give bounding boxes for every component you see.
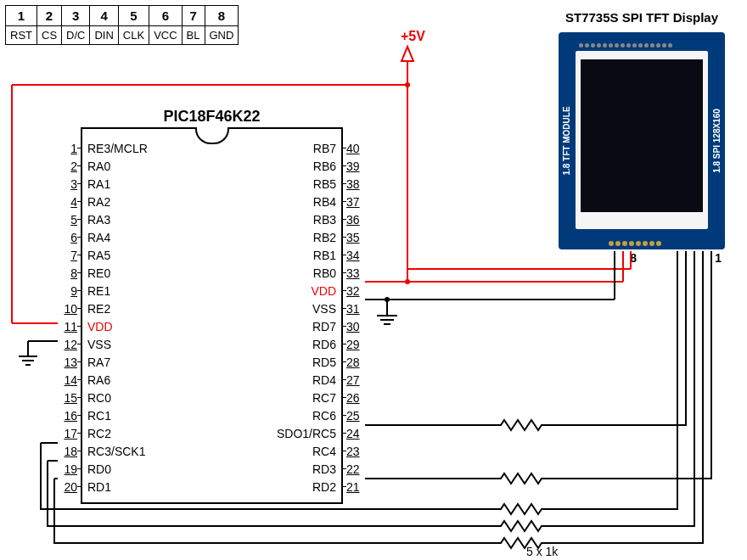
pin-number: 9 (57, 284, 77, 298)
pin-number: 20 (57, 480, 77, 494)
pin-label: RA3 (82, 213, 115, 227)
pin-number: 21 (346, 480, 367, 494)
pin-table: 12345678 RSTCSD/CDINCLKVCCBLGND (5, 5, 239, 45)
pin-label: RB3 (308, 213, 341, 227)
pin-label: RC2 (82, 427, 116, 440)
pin-table-num: 3 (62, 6, 90, 26)
svg-point-2 (405, 82, 410, 87)
pin-table-label: BL (182, 26, 205, 45)
chip-pin-left: 10RE2 (57, 300, 115, 317)
chip-pin-left: 14RA6 (57, 371, 115, 389)
chip-pin-right: VSS31 (307, 300, 367, 317)
pin-label: RE3/MCLR (82, 142, 153, 155)
pin-number: 18 (57, 445, 77, 458)
pin-number: 19 (57, 462, 77, 476)
pin-label: RB4 (308, 195, 341, 209)
chip-pin-right: RD528 (307, 353, 367, 371)
mcu-chip: PIC18F46K22 1RE3/MCLR2RA03RA14RA25RA36RA… (81, 127, 343, 504)
pin-label: RE2 (82, 302, 115, 316)
display-pin-8: 8 (630, 251, 637, 265)
chip-pin-left: 16RC1 (57, 406, 116, 424)
pin-label: RB2 (308, 231, 341, 244)
chip-pin-left: 8RE0 (57, 264, 115, 282)
pin-number: 35 (346, 231, 367, 244)
pin-label: RB0 (308, 266, 341, 280)
pin-number: 5 (57, 213, 77, 227)
pin-label: RC1 (82, 409, 116, 423)
pin-label: VSS (307, 302, 341, 316)
pin-number: 3 (57, 177, 77, 191)
display-right-text: 1.8 SPI 128X160 (712, 109, 722, 173)
pin-label: RD2 (307, 480, 341, 494)
pin-label: VSS (82, 338, 116, 351)
pin-table-num: 7 (182, 6, 205, 26)
chip-pin-left: 13RA7 (57, 353, 115, 371)
display-bottom-pins (608, 234, 676, 244)
pin-label: SDO1/RC5 (272, 427, 341, 440)
chip-notch (195, 127, 229, 144)
pin-number: 28 (346, 356, 367, 369)
resistor-note: 5 x 1k (526, 545, 558, 558)
pin-table-num: 1 (6, 6, 37, 26)
pin-label: RC4 (307, 445, 341, 458)
chip-pin-left: 3RA1 (57, 175, 115, 193)
pin-table-label: GND (205, 26, 239, 45)
pin-number: 16 (57, 409, 77, 423)
pin-table-label: VCC (149, 26, 182, 45)
chip-pin-right: RC625 (307, 406, 367, 424)
pin-table-label: CLK (118, 26, 149, 45)
display-title: ST7735S SPI TFT Display (565, 10, 718, 25)
pin-number: 12 (57, 338, 77, 351)
chip-pin-left: 17RC2 (57, 424, 116, 442)
pin-label: RC0 (82, 391, 116, 405)
chip-pin-right: RD629 (307, 335, 367, 353)
pin-label: RD3 (307, 462, 341, 476)
pin-label: RA1 (82, 177, 115, 191)
display-pin-1: 1 (715, 251, 722, 265)
chip-pin-right: RB740 (308, 139, 367, 157)
pin-label: RC3/SCK1 (82, 445, 150, 458)
pin-label: RD6 (307, 338, 341, 351)
pin-number: 11 (57, 320, 77, 333)
chip-pin-left: 4RA2 (57, 193, 115, 210)
pin-number: 1 (57, 142, 77, 155)
pin-label: RD5 (307, 356, 341, 369)
chip-pin-right: RD730 (307, 317, 367, 335)
pin-table-label: RST (6, 26, 37, 45)
pin-number: 23 (346, 445, 367, 458)
pin-number: 22 (346, 462, 367, 476)
pin-number: 10 (57, 302, 77, 316)
svg-point-15 (385, 297, 390, 302)
pin-number: 37 (346, 195, 367, 209)
pin-label: RB5 (308, 177, 341, 191)
pin-number: 2 (57, 160, 77, 173)
pin-table-label: DIN (90, 26, 118, 45)
svg-point-7 (405, 279, 410, 284)
chip-pin-right: RD322 (307, 460, 367, 478)
pin-number: 24 (346, 427, 367, 440)
pin-label: RA7 (82, 356, 115, 369)
pin-number: 8 (57, 266, 77, 280)
pin-number: 33 (346, 266, 367, 280)
chip-pin-left: 2RA0 (57, 157, 115, 175)
pin-table-label: CS (37, 26, 62, 45)
display-left-text: 1.8 TFT MODULE (562, 106, 571, 175)
pin-label: VDD (82, 320, 118, 333)
chip-pin-right: RB134 (308, 246, 367, 264)
chip-pin-right: RD221 (307, 478, 367, 496)
pin-number: 38 (346, 177, 367, 191)
chip-pin-right: RB437 (308, 193, 367, 210)
chip-pin-left: 15RC0 (57, 389, 116, 406)
chip-pin-right: RB235 (308, 228, 367, 246)
pin-number: 26 (346, 391, 367, 405)
pin-number: 39 (346, 160, 367, 173)
chip-pin-right: SDO1/RC524 (272, 424, 367, 442)
chip-pin-left: 12VSS (57, 335, 116, 353)
pin-number: 36 (346, 213, 367, 227)
chip-pin-right: RB538 (308, 175, 367, 193)
pin-label: RB1 (308, 249, 341, 262)
pin-label: RB6 (308, 160, 341, 173)
pin-label: RE1 (82, 284, 115, 298)
pin-label: RD0 (82, 462, 116, 476)
pin-label: RA6 (82, 373, 115, 387)
